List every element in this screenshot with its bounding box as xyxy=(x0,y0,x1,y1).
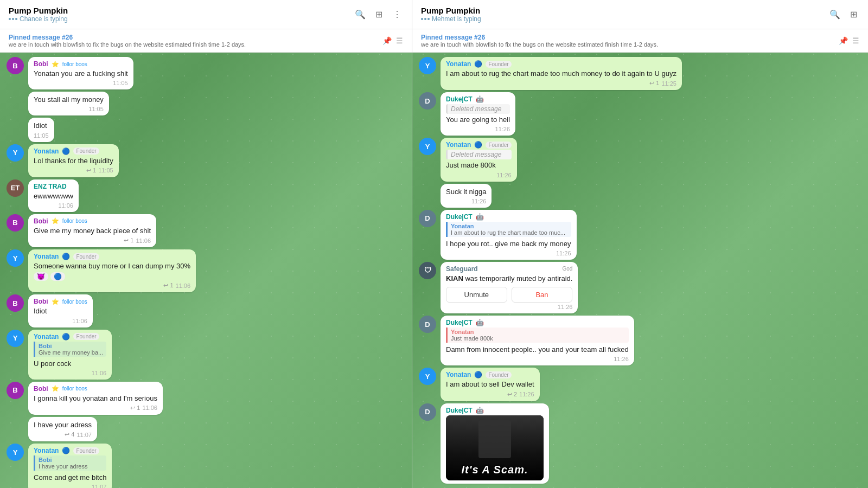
ban-button[interactable]: Ban xyxy=(512,287,573,303)
message-text: Someone wanna buy more or I can dump my … xyxy=(34,261,190,271)
message-text: Give me my money back piece of shit xyxy=(34,226,151,236)
message-group: Y Yonatan 🔵 Founder Bobi Give me my mone… xyxy=(7,330,346,380)
deleted-message: Deleted message xyxy=(446,150,512,159)
bubble-footer: 11:06 xyxy=(34,370,106,376)
sender-name: Yonatan xyxy=(34,447,59,454)
bubble-footer: ↩ 1 11:06 xyxy=(34,237,151,244)
message-group: I have your adress ↩ 4 11:07 xyxy=(7,417,405,441)
bubble-header: Yonatan 🔵 Founder xyxy=(446,141,512,149)
message-text: KIAN was temporarily muted by antiraid. xyxy=(446,274,572,284)
message-group: D Duke|CT 🤖 Yonatan I am about to rug th… xyxy=(419,210,795,260)
robot-icon: 🤖 xyxy=(476,213,484,221)
dot3 xyxy=(15,18,17,20)
bubble: Bobi ⭐ follor boos Give me my money back… xyxy=(28,214,156,247)
unmute-button[interactable]: Unmute xyxy=(446,287,507,303)
sender-name: Duke|CT xyxy=(446,95,473,103)
reply-quote: Yonatan I am about to rug the chart made… xyxy=(446,222,571,237)
message-time: 11:26 xyxy=(556,250,571,256)
right-pinned-bar[interactable]: Pinned message #26 we are in touch with … xyxy=(412,29,868,53)
dot1 xyxy=(421,18,423,20)
menu-icon-left[interactable]: ⋮ xyxy=(391,9,403,21)
reply-quote-text: I am about to rug the chart made too muc… xyxy=(451,229,568,236)
bubble-header: Yonatan 🔵 Founder xyxy=(446,60,676,68)
bubble: Yonatan 🔵 Founder I am about to sell Dev… xyxy=(441,368,540,401)
meme-text: It's A Scam. xyxy=(461,464,528,476)
bubble-footer: 11:26 xyxy=(446,250,571,256)
verified-icon: 🔵 xyxy=(62,447,70,454)
reply-quote: Bobi Give me my money ba... xyxy=(34,342,106,357)
star-icon: ⭐ xyxy=(52,61,59,68)
emoji-badge: 😈 xyxy=(34,272,48,281)
message-group: Idiot 11:05 xyxy=(7,118,405,142)
bubble-footer: ↩ 1 11:06 xyxy=(34,404,157,412)
sender-name: Yonatan xyxy=(34,253,59,260)
reply-count: ↩ 1 xyxy=(86,167,96,174)
sender-name: Yonatan xyxy=(446,141,471,149)
message-group: D Duke|CT 🤖 Yonatan Just made 800k Damn … xyxy=(419,316,795,365)
role-badge: Founder xyxy=(486,371,511,378)
left-header: Pump Pumpkin Chance is typing 🔍 ⊞ ⋮ xyxy=(0,0,412,29)
role-badge: Founder xyxy=(486,142,511,149)
role-badge: Founder xyxy=(486,61,511,68)
bubble-header: Duke|CT 🤖 xyxy=(446,95,510,103)
avatar: Y xyxy=(419,368,436,385)
bubble: Duke|CT 🤖 Yonatan I am about to rug the … xyxy=(441,210,577,260)
message-text: I am about to sell Dev wallet xyxy=(446,380,534,389)
bubble: Yonatan 🔵 Founder Lol thanks for the liq… xyxy=(28,144,119,177)
left-pinned-bar[interactable]: Pinned message #26 we are in touch with … xyxy=(0,29,412,53)
avatar: B xyxy=(7,382,24,399)
message-text: You stall all my money xyxy=(34,95,104,105)
bubble-footer: ↩ 1 11:05 xyxy=(34,167,113,174)
avatar: D xyxy=(419,210,436,227)
sender-name: ENZ TRAD xyxy=(34,183,67,190)
robot-icon: 🤖 xyxy=(476,319,484,326)
message-text: Damn from innocent people.. you and your… xyxy=(446,345,629,355)
message-text: You are going to hell xyxy=(446,115,510,125)
message-time: 11:26 xyxy=(614,356,629,362)
message-text: Yonatan you are a fucking shit xyxy=(34,69,128,79)
reply-count: ↩ 1 xyxy=(124,237,133,244)
left-typing-status: Chance is typing xyxy=(9,15,68,23)
avatar: Y xyxy=(7,444,24,461)
avatar: D xyxy=(419,316,436,333)
columns-icon-right[interactable]: ⊞ xyxy=(847,9,859,21)
right-pinned-icons: 📌 ☰ xyxy=(839,36,859,45)
message-text: Idiot xyxy=(34,121,49,131)
dot2 xyxy=(424,18,426,20)
bubble: ENZ TRAD ewwwwwww 11:06 xyxy=(28,179,79,212)
message-group: You stall all my money 11:05 xyxy=(7,92,405,115)
bubble: Yonatan 🔵 Founder Bobi I have your adres… xyxy=(28,444,112,488)
meme-image: It's A Scam. xyxy=(446,415,544,480)
avatar: B xyxy=(7,57,24,74)
meme-figure xyxy=(478,420,511,458)
message-group: Y Yonatan 🔵 Founder Bobi I have your adr… xyxy=(7,444,346,488)
bubble: Safeguard God KIAN was temporarily muted… xyxy=(441,262,578,313)
bubble: Yonatan 🔵 Founder Deleted message Just m… xyxy=(441,138,517,181)
columns-icon-left[interactable]: ⊞ xyxy=(373,9,385,21)
sender-name: Duke|CT xyxy=(446,319,473,326)
bubble-header: Bobi ⭐ follor boos xyxy=(34,385,157,393)
bubble-footer: 11:06 xyxy=(34,318,87,324)
reply-quote: Bobi I have your adress xyxy=(34,455,106,471)
sender-name: Yonatan xyxy=(446,60,471,68)
message-time: 11:06 xyxy=(142,404,157,411)
sender-name: Duke|CT xyxy=(446,213,473,221)
sender-name: Yonatan xyxy=(446,371,471,378)
right-messages-area[interactable]: Y Yonatan 🔵 Founder I am about to rug th… xyxy=(412,53,868,488)
avatar: D xyxy=(419,92,436,110)
bubble-footer: 11:05 xyxy=(34,80,128,86)
list-icon: ☰ xyxy=(396,36,403,45)
search-icon-right[interactable]: 🔍 xyxy=(829,9,841,21)
left-messages-area[interactable]: B Bobi ⭐ follor boos Yonatan you are a f… xyxy=(0,53,412,488)
sender-name: Safeguard xyxy=(446,265,478,273)
reply-quote-name: Yonatan xyxy=(451,223,568,229)
bubble-footer: 11:26 xyxy=(446,304,572,310)
sender-name: Yonatan xyxy=(34,147,59,155)
message-group: Y Yonatan 🔵 Founder I am about to rug th… xyxy=(419,57,795,90)
bubble-header: Duke|CT 🤖 xyxy=(446,407,544,414)
bubble-header: Bobi ⭐ follor boos xyxy=(34,60,128,68)
list-icon: ☰ xyxy=(852,36,859,45)
follower-badge: follor boos xyxy=(62,218,87,224)
search-icon-left[interactable]: 🔍 xyxy=(354,9,366,21)
left-chat-title: Pump Pumpkin xyxy=(9,6,68,15)
